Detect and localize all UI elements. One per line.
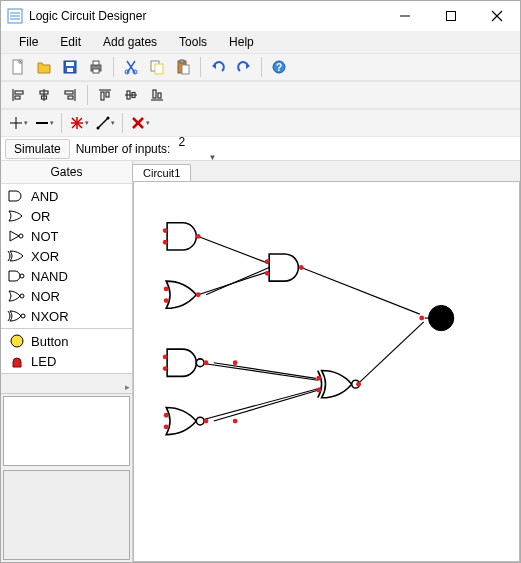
gate-item-not[interactable]: NOT bbox=[3, 226, 130, 246]
circuit-diagram bbox=[134, 182, 519, 561]
app-window: Logic Circuit Designer File Edit Add gat… bbox=[0, 0, 521, 563]
svg-point-95 bbox=[316, 388, 321, 393]
gate-label: NAND bbox=[31, 269, 68, 284]
menu-help[interactable]: Help bbox=[219, 33, 264, 51]
node-star-button[interactable]: ▾ bbox=[67, 111, 91, 135]
svg-rect-36 bbox=[65, 91, 73, 94]
simulate-button[interactable]: Simulate bbox=[5, 139, 70, 159]
align-top-button[interactable] bbox=[93, 83, 117, 107]
svg-rect-37 bbox=[68, 96, 73, 99]
svg-line-76 bbox=[358, 322, 424, 384]
align-center-h-button[interactable] bbox=[32, 83, 56, 107]
preview-pane-2 bbox=[3, 470, 130, 560]
svg-rect-14 bbox=[93, 61, 99, 65]
svg-rect-31 bbox=[15, 96, 20, 99]
close-button[interactable] bbox=[474, 1, 520, 31]
gates-palette: AND OR NOT XOR NAND bbox=[1, 184, 132, 329]
svg-point-79 bbox=[163, 228, 168, 233]
chevron-down-icon: ▼ bbox=[208, 153, 216, 162]
svg-point-85 bbox=[163, 354, 168, 359]
svg-point-93 bbox=[299, 265, 304, 270]
redo-button[interactable] bbox=[232, 55, 256, 79]
toolbar-separator bbox=[200, 57, 201, 77]
svg-point-90 bbox=[204, 419, 209, 424]
gate-item-nand[interactable]: NAND bbox=[3, 266, 130, 286]
canvas-area: Circuit1 bbox=[133, 161, 520, 562]
svg-rect-46 bbox=[158, 93, 161, 98]
main-toolbar: ? bbox=[1, 53, 520, 81]
io-palette: Button LED bbox=[1, 329, 132, 374]
svg-rect-24 bbox=[182, 65, 189, 74]
io-item-led[interactable]: LED bbox=[3, 351, 130, 371]
undo-button[interactable] bbox=[206, 55, 230, 79]
svg-point-87 bbox=[204, 360, 209, 365]
svg-rect-39 bbox=[101, 92, 104, 100]
maximize-button[interactable] bbox=[428, 1, 474, 31]
menu-edit[interactable]: Edit bbox=[50, 33, 91, 51]
number-of-inputs-value: 2 bbox=[178, 135, 185, 149]
wire-line-button[interactable]: ▾ bbox=[32, 111, 56, 135]
io-item-button[interactable]: Button bbox=[3, 331, 130, 351]
svg-rect-12 bbox=[67, 68, 73, 72]
help-button[interactable]: ? bbox=[267, 55, 291, 79]
svg-point-61 bbox=[20, 274, 24, 278]
circuit-canvas[interactable] bbox=[133, 181, 520, 562]
copy-button[interactable] bbox=[145, 55, 169, 79]
simulate-bar: Simulate Number of inputs: 2 ▼ bbox=[1, 137, 520, 161]
window-title: Logic Circuit Designer bbox=[29, 9, 146, 23]
minimize-button[interactable] bbox=[382, 1, 428, 31]
gates-header: Gates bbox=[1, 161, 132, 184]
wire-cross-button[interactable]: ▾ bbox=[6, 111, 30, 135]
svg-point-96 bbox=[356, 382, 361, 387]
print-button[interactable] bbox=[84, 55, 108, 79]
nxor-gate-icon bbox=[7, 308, 27, 324]
svg-point-94 bbox=[316, 376, 321, 381]
svg-point-88 bbox=[164, 413, 169, 418]
gate-label: XOR bbox=[31, 249, 59, 264]
menu-add-gates[interactable]: Add gates bbox=[93, 33, 167, 51]
gate-item-nor[interactable]: NOR bbox=[3, 286, 130, 306]
svg-rect-5 bbox=[447, 12, 456, 21]
svg-point-83 bbox=[164, 298, 169, 303]
and-gate-icon bbox=[7, 188, 27, 204]
io-label: LED bbox=[31, 354, 56, 369]
svg-rect-21 bbox=[155, 64, 163, 74]
sidebar-collapse-handle[interactable]: ▸ bbox=[1, 374, 132, 394]
circuit-tab[interactable]: Circuit1 bbox=[132, 164, 191, 181]
svg-rect-15 bbox=[93, 69, 99, 73]
align-middle-v-button[interactable] bbox=[119, 83, 143, 107]
delete-button[interactable]: ▾ bbox=[128, 111, 152, 135]
svg-point-98 bbox=[233, 360, 238, 365]
svg-line-73 bbox=[206, 268, 269, 295]
gate-item-and[interactable]: AND bbox=[3, 186, 130, 206]
svg-rect-40 bbox=[106, 92, 109, 97]
paste-button[interactable] bbox=[171, 55, 195, 79]
wire-diag-button[interactable]: ▾ bbox=[93, 111, 117, 135]
align-bottom-button[interactable] bbox=[145, 83, 169, 107]
open-file-button[interactable] bbox=[32, 55, 56, 79]
gate-item-xor[interactable]: XOR bbox=[3, 246, 130, 266]
svg-point-55 bbox=[97, 127, 100, 130]
svg-point-86 bbox=[163, 366, 168, 371]
svg-rect-45 bbox=[153, 90, 156, 98]
svg-rect-30 bbox=[15, 91, 23, 94]
number-of-inputs-dropdown[interactable]: 2 ▼ bbox=[174, 135, 214, 163]
align-left-button[interactable] bbox=[6, 83, 30, 107]
xor-gate-icon bbox=[7, 248, 27, 264]
gate-item-nxor[interactable]: NXOR bbox=[3, 306, 130, 326]
svg-point-97 bbox=[419, 316, 424, 321]
menu-file[interactable]: File bbox=[9, 33, 48, 51]
svg-line-75 bbox=[214, 390, 319, 421]
menu-tools[interactable]: Tools bbox=[169, 33, 217, 51]
cut-button[interactable] bbox=[119, 55, 143, 79]
svg-line-70 bbox=[198, 363, 318, 380]
gate-label: NXOR bbox=[31, 309, 69, 324]
save-button[interactable] bbox=[58, 55, 82, 79]
nor-gate-icon bbox=[7, 288, 27, 304]
menu-bar: File Edit Add gates Tools Help bbox=[1, 31, 520, 53]
main-area: Gates AND OR NOT XOR bbox=[1, 161, 520, 562]
gate-item-or[interactable]: OR bbox=[3, 206, 130, 226]
align-right-button[interactable] bbox=[58, 83, 82, 107]
svg-point-64 bbox=[11, 335, 23, 347]
new-file-button[interactable] bbox=[6, 55, 30, 79]
